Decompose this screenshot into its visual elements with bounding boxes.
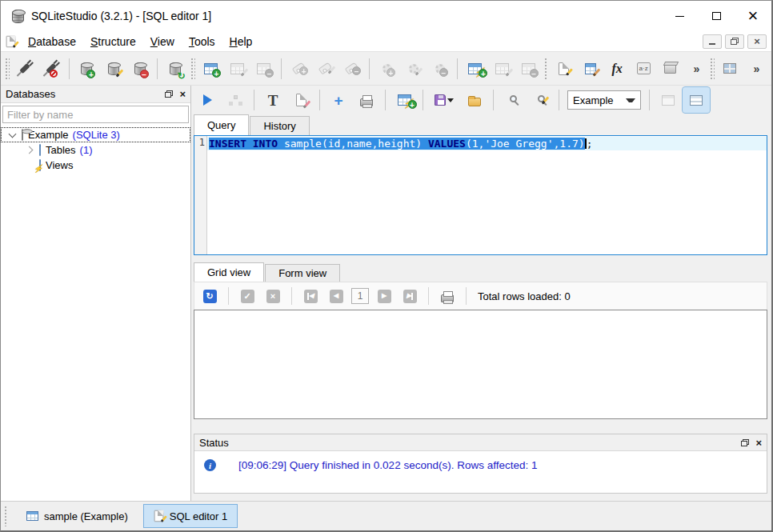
export-results-button[interactable]: + (325, 87, 352, 113)
find-replace-button[interactable] (527, 87, 554, 113)
sql-editor-icon (154, 510, 163, 522)
menu-tools[interactable]: Tools (182, 33, 222, 50)
edit-view-button[interactable] (489, 56, 515, 82)
edit-trigger-button[interactable] (400, 56, 427, 82)
windows-overflow-button[interactable]: » (743, 56, 770, 82)
menu-structure[interactable]: Structure (83, 33, 143, 50)
create-table-button[interactable]: + (198, 56, 224, 82)
tab-form-view[interactable]: Form view (265, 264, 340, 282)
mdi-close-button[interactable]: × (747, 34, 767, 49)
first-page-button[interactable]: ◀ (298, 286, 322, 306)
toolbar-drag-handle[interactable] (710, 58, 715, 80)
add-database-button[interactable]: + (74, 56, 100, 82)
remove-index-button[interactable]: − (338, 56, 365, 82)
save-dropdown-caret-icon[interactable] (447, 98, 454, 102)
sql-editor-window-icon[interactable] (6, 35, 16, 46)
print-grid-button[interactable] (435, 286, 459, 306)
minimize-button[interactable] (661, 1, 698, 31)
code-area[interactable]: INSERT INTO sample(id,name,height) VALUE… (207, 136, 767, 254)
remove-database-button[interactable]: − (126, 56, 153, 82)
editor-tab-bar: Query History (194, 114, 767, 135)
tree-item-example-database[interactable]: Example (SQLite 3) (1, 127, 190, 142)
find-button[interactable] (499, 87, 526, 113)
menu-help[interactable]: Help (222, 33, 260, 50)
load-sql-button[interactable] (461, 87, 488, 113)
taskbar-drag-handle[interactable] (4, 506, 8, 526)
tree-item-tables[interactable]: Tables (1) (1, 142, 190, 158)
maximize-icon (712, 12, 721, 20)
toolbar-drag-handle[interactable] (5, 58, 10, 80)
clear-history-button[interactable] (287, 87, 314, 113)
editor-layout-plain-button[interactable] (655, 87, 682, 113)
chevron-right-icon[interactable] (23, 147, 36, 153)
status-panel: Status × i [09:06:29] Query finished in … (194, 434, 767, 494)
chevron-down-icon[interactable] (6, 134, 18, 137)
import-button[interactable] (578, 56, 604, 82)
mdi-minimize-button[interactable] (703, 34, 722, 49)
sql-editor-toolbar: T + ⚡+ Example (194, 86, 767, 114)
open-sql-editor-button[interactable] (551, 56, 577, 82)
toolbar-overflow-button[interactable]: » (683, 56, 710, 82)
table-edit-icon (230, 63, 244, 74)
mdi-windows-button[interactable] (717, 56, 743, 82)
create-view-button[interactable]: ⚡+ (462, 56, 488, 82)
filter-by-name-input[interactable] (2, 106, 189, 123)
menu-tools-accel: T (189, 35, 194, 48)
format-sql-button[interactable]: T (259, 87, 286, 113)
float-panel-icon[interactable] (741, 439, 749, 446)
commit-button[interactable]: ✓ (235, 286, 259, 306)
edit-database-button[interactable] (100, 56, 126, 82)
task-sql-editor-window[interactable]: SQL editor 1 (143, 504, 238, 528)
plugins-button[interactable] (657, 56, 683, 82)
create-view-from-query-button[interactable]: ⚡+ (391, 87, 418, 113)
task-sample-window[interactable]: sample (Example) (16, 504, 138, 528)
remove-table-button[interactable]: − (250, 56, 277, 82)
remove-view-button[interactable]: − (515, 56, 542, 82)
menu-tools-label: ools (194, 35, 215, 48)
results-grid[interactable] (194, 310, 767, 419)
next-page-button[interactable]: ▶ (372, 286, 396, 306)
maximize-button[interactable] (698, 1, 735, 31)
sql-code-editor[interactable]: 1 INSERT INTO sample(id,name,height) VAL… (194, 135, 767, 255)
last-page-button[interactable]: ▶ (398, 286, 422, 306)
plugin-box-icon (664, 64, 676, 74)
tab-query[interactable]: Query (194, 114, 249, 135)
search-replace-icon (538, 98, 543, 102)
close-button[interactable]: × (735, 1, 771, 31)
tab-grid-view[interactable]: Grid view (194, 262, 264, 282)
table-add-icon: + (204, 63, 218, 74)
rollback-button[interactable]: × (261, 286, 285, 306)
close-icon: × (748, 7, 759, 25)
close-panel-icon[interactable]: × (179, 89, 186, 99)
remove-trigger-button[interactable]: − (427, 56, 453, 82)
database-combo[interactable]: Example (567, 90, 641, 110)
disconnect-database-button[interactable] (38, 56, 65, 82)
toolbar-drag-handle[interactable] (544, 58, 549, 80)
create-index-button[interactable]: + (286, 56, 312, 82)
tab-history[interactable]: History (250, 116, 309, 135)
page-number-box[interactable]: 1 (351, 288, 369, 304)
mdi-restore-button[interactable] (725, 34, 744, 49)
save-sql-button[interactable] (428, 87, 460, 113)
line-number: 1 (199, 137, 205, 148)
float-panel-icon[interactable] (165, 90, 173, 98)
tree-item-views[interactable]: ⚡ Views (1, 158, 190, 173)
execute-query-button[interactable] (194, 87, 221, 113)
prev-page-button[interactable]: ◀ (324, 286, 348, 306)
refresh-results-button[interactable]: ↻ (198, 286, 222, 306)
connect-database-button[interactable] (12, 56, 38, 82)
edit-index-button[interactable] (312, 56, 338, 82)
menu-view[interactable]: View (143, 33, 182, 50)
close-panel-icon[interactable]: × (755, 438, 762, 448)
function-editor-button[interactable]: fx (604, 56, 631, 82)
tab-query-label: Query (207, 119, 235, 131)
create-trigger-button[interactable]: + (374, 56, 400, 82)
print-results-button[interactable] (353, 87, 380, 113)
editor-layout-split-button[interactable] (683, 87, 710, 113)
refresh-schemas-button[interactable]: ↻ (162, 56, 188, 82)
explain-query-plan-button[interactable] (222, 87, 249, 113)
toolbar-drag-handle[interactable] (190, 58, 195, 80)
collation-editor-button[interactable]: a·z (631, 56, 657, 82)
menu-database[interactable]: Database (21, 33, 83, 50)
edit-table-button[interactable] (224, 56, 250, 82)
